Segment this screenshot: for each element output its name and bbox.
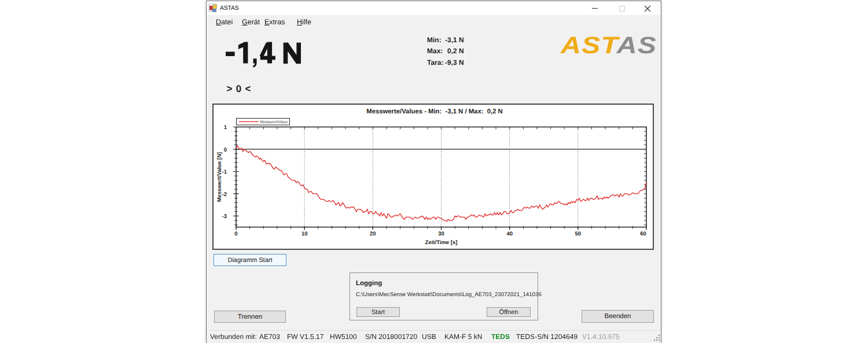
svg-text:20: 20 (370, 231, 376, 237)
svg-text:10: 10 (301, 231, 308, 237)
svg-text:-3: -3 (222, 213, 227, 220)
svg-text:Messwert/Value [N]: Messwert/Value [N] (216, 152, 223, 202)
svg-text:40: 40 (506, 231, 513, 237)
svg-text:1: 1 (224, 124, 227, 131)
svg-text:0: 0 (224, 147, 227, 153)
svg-text:50: 50 (575, 231, 582, 237)
svg-text:Messwert/Value: Messwert/Value (260, 120, 288, 124)
svg-text:30: 30 (438, 231, 444, 237)
svg-text:Zeit/Time [s]: Zeit/Time [s] (425, 239, 458, 246)
svg-text:60: 60 (640, 231, 646, 237)
svg-text:Messwerte/Values - Min: -3,1: Messwerte/Values - Min: -3,1 N / Max: 0,… (366, 108, 502, 115)
svg-text:0: 0 (234, 231, 237, 237)
